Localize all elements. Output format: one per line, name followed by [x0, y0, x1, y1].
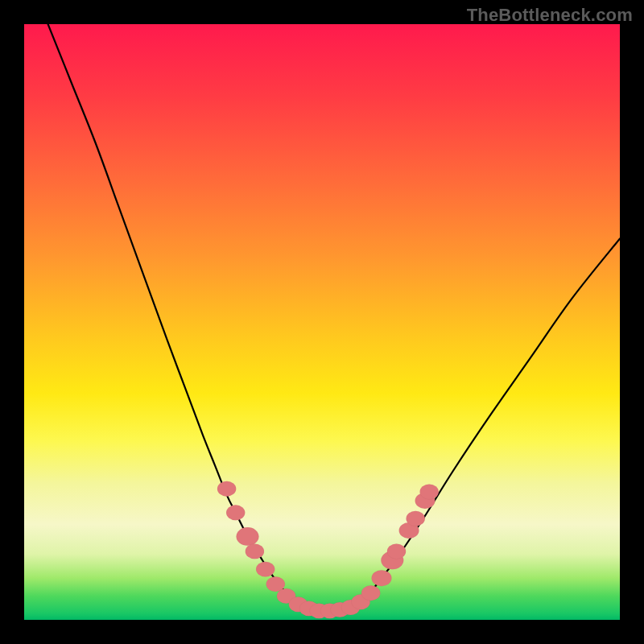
- watermark-text: TheBottleneck.com: [467, 5, 633, 26]
- data-marker: [237, 527, 259, 546]
- chart-frame: TheBottleneck.com: [0, 0, 644, 644]
- data-marker: [226, 505, 245, 520]
- plot-area: [24, 24, 620, 620]
- data-marker: [420, 484, 439, 499]
- curve-layer: [24, 24, 620, 620]
- data-marker: [217, 481, 236, 497]
- data-marker: [407, 511, 425, 526]
- data-marker: [372, 570, 392, 586]
- data-marker: [387, 543, 406, 559]
- data-marker: [256, 562, 275, 577]
- data-marker: [361, 585, 380, 601]
- bottleneck-curve: [48, 24, 620, 613]
- data-marker: [246, 543, 264, 559]
- data-markers: [217, 481, 439, 619]
